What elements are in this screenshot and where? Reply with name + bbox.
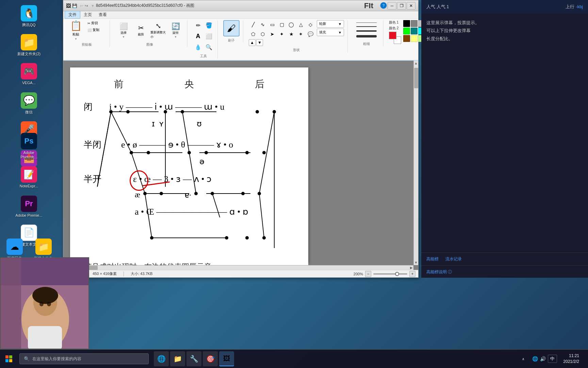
scroll-right-arrow[interactable]: ▶ [410, 266, 413, 270]
search-bar[interactable]: 🔍 在这里输入你要搜索的内容 [19, 353, 149, 364]
paste-button[interactable]: 📋 粘贴 ▼ [67, 20, 84, 41]
desktop-icon-photoshop[interactable]: Ps Adobe Photosh... [15, 133, 43, 159]
shape-rect[interactable]: ▭ [268, 20, 277, 29]
size-options [353, 20, 380, 40]
taskbar-app-paint[interactable]: 🖼 [219, 351, 234, 366]
help-button[interactable]: ? [380, 2, 387, 9]
desktop-icon-vega[interactable]: 🎮 VEGA... [15, 63, 43, 85]
high-energy-link[interactable]: 高能榜 [426, 256, 439, 262]
size-3[interactable] [355, 29, 378, 33]
shape-curve[interactable]: ∿ [258, 20, 267, 29]
fill-option-button[interactable]: 填充 ▼ [317, 29, 344, 36]
shape-star4[interactable]: ✦ [277, 30, 286, 39]
resize-button[interactable]: ⤡ 重新调整大小 [150, 20, 166, 41]
taskbar-apps: 🌐 📁 🔧 🎯 🖼 [154, 351, 234, 366]
fit-label: FIt [364, 1, 373, 10]
zoom-slider[interactable] [373, 273, 407, 275]
undo-icon[interactable]: ↩ [80, 3, 83, 8]
shape-triangle[interactable]: △ [296, 20, 305, 29]
eraser-button[interactable]: ⬜ [204, 31, 214, 41]
image-label: 图像 [146, 42, 153, 47]
network-icon[interactable]: 🌐 [532, 356, 538, 362]
desktop-icon-noteexpress[interactable]: 📝 NoteExpr... [15, 166, 43, 188]
volume-icon[interactable]: 🔊 [540, 356, 546, 362]
close-button[interactable]: ✕ [407, 2, 415, 10]
desktop-icon-wechat[interactable]: 💬 微信 [15, 92, 43, 114]
scroll-thumb-vertical[interactable] [414, 68, 418, 88]
size-4[interactable] [355, 34, 378, 39]
color-swatch[interactable] [403, 28, 410, 34]
rotate-button[interactable]: 🔄 旋转 ▼ [167, 20, 184, 41]
shape-line[interactable]: ╱ [249, 20, 258, 29]
colorpick-button[interactable]: 💧 [193, 42, 203, 52]
color-swatch[interactable] [411, 28, 418, 34]
color-foreground[interactable] [389, 32, 396, 39]
horizontal-scrollbar[interactable]: ◀ ▶ [63, 265, 413, 270]
size-2[interactable] [355, 25, 378, 28]
shape-ellipse[interactable]: ◯ [287, 20, 296, 29]
shapes-up[interactable]: ▲ [249, 39, 256, 46]
taskbar-app-edge[interactable]: 🌐 [154, 351, 169, 366]
shape-diamond[interactable]: ◇ [306, 20, 315, 29]
shape-callout[interactable]: 💬 [306, 30, 315, 39]
taskbar-app-4[interactable]: 🎯 [203, 351, 218, 366]
brush-label: 刷子 [228, 38, 235, 43]
fill-button[interactable]: 🪣 [204, 20, 214, 30]
taskbar-app-3[interactable]: 🔧 [186, 351, 201, 366]
svg-point-31 [245, 236, 249, 240]
shape-pentagon[interactable]: ⬠ [249, 30, 258, 39]
shape-star5[interactable]: ★ [287, 30, 296, 39]
shape-hex[interactable]: ⬡ [258, 30, 267, 39]
shapes-down[interactable]: ▼ [256, 39, 263, 46]
color-swatch[interactable] [411, 35, 418, 42]
magnify-button[interactable]: 🔍 [204, 42, 214, 52]
half-open-symbols: ε • œ — 3 • ɜ — ʌ • ɔ [133, 174, 211, 184]
start-button[interactable] [3, 353, 14, 364]
desktop-icon-premiere[interactable]: Pr Adobe Premie... [15, 196, 43, 218]
clock[interactable]: 11:21 2021/2/2 [563, 353, 579, 365]
menu-home[interactable]: 主页 [80, 11, 95, 18]
minimize-button[interactable]: ─ [388, 2, 396, 10]
notification-arrow[interactable]: ∧ [520, 351, 526, 366]
filesize-text: 大小: 43.7KB [131, 271, 152, 276]
status-bar: ▭ 像素 450 × 416像素 大小: 43.7KB 200% − + [63, 270, 418, 277]
trending-stat: 上行 -kbj [566, 4, 583, 10]
flow-record-link[interactable]: 流水记录 [445, 256, 462, 262]
desktop-icon-folder2[interactable]: 📁 新建文件夹(2) [15, 34, 43, 56]
save-icon[interactable]: 💾 [72, 3, 77, 8]
language-indicator[interactable]: 中 [548, 355, 557, 363]
shape-star6[interactable]: ✶ [296, 30, 305, 39]
shapes-arrows: ▲ ▼ [249, 39, 315, 46]
menu-file[interactable]: 文件 [65, 11, 80, 19]
svg-point-47 [32, 287, 58, 304]
taskbar-app-explorer[interactable]: 📁 [170, 351, 185, 366]
zoom-minus-button[interactable]: − [365, 271, 371, 277]
cut-button[interactable]: ✂ 剪切 [86, 20, 106, 26]
show-desktop-corner[interactable] [582, 351, 585, 366]
brush-button[interactable]: 🖌 [223, 20, 240, 36]
outline-button[interactable]: 轮廓 ▼ [317, 20, 344, 28]
restore-button[interactable]: ❐ [397, 2, 406, 10]
shape-roundrect[interactable]: ▢ [277, 20, 286, 29]
high-energy-description[interactable]: 高能榜说明 ⓘ [426, 270, 452, 274]
size-1[interactable] [355, 21, 378, 24]
pencil-button[interactable]: ✏ [193, 20, 203, 30]
crop-button[interactable]: ✂ 裁剪 [133, 20, 149, 41]
scroll-up-arrow[interactable]: ▲ [414, 61, 418, 65]
zoom-slider-thumb[interactable] [395, 272, 399, 276]
color-swatch[interactable] [403, 35, 410, 42]
zoom-plus-button[interactable]: + [409, 271, 415, 277]
menu-view[interactable]: 查看 [95, 11, 110, 18]
vertical-scrollbar[interactable]: ▲ ▼ [413, 61, 418, 265]
desktop-icon-qq[interactable]: 🐧 腾讯QQ [15, 5, 43, 27]
scroll-down-arrow[interactable]: ▼ [414, 261, 418, 264]
select-button[interactable]: ⬜ 选择 ▼ [115, 20, 132, 41]
color-swatch[interactable] [403, 20, 410, 27]
color-swatch[interactable] [411, 20, 418, 27]
redo-icon[interactable]: ↪ [85, 3, 88, 8]
right-panel: 人气 人气 1 上行 -kbj 这里展示弹幕，投票提示。 可以上下拉伸更改弹幕 … [421, 0, 588, 278]
text-button[interactable]: A [193, 31, 203, 41]
copy-button[interactable]: ⬜ 复制 [86, 27, 106, 33]
shape-arrow[interactable]: ➤ [268, 30, 277, 39]
status-dimensions: 450 × 416像素 [93, 271, 117, 276]
